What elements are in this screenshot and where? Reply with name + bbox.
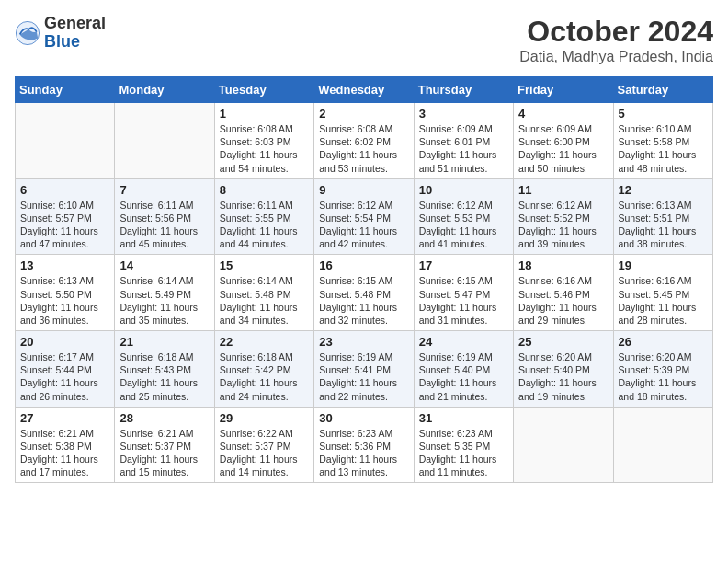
- day-number: 19: [619, 259, 708, 272]
- day-cell: 3Sunrise: 6:09 AM Sunset: 6:01 PM Daylig…: [414, 103, 513, 179]
- header-cell-friday: Friday: [514, 77, 613, 103]
- day-cell: 11Sunrise: 6:12 AM Sunset: 5:52 PM Dayli…: [514, 178, 613, 255]
- day-info: Sunrise: 6:11 AM Sunset: 5:55 PM Dayligh…: [220, 199, 309, 251]
- day-info: Sunrise: 6:11 AM Sunset: 5:56 PM Dayligh…: [119, 199, 209, 251]
- day-number: 29: [220, 411, 309, 425]
- day-info: Sunrise: 6:10 AM Sunset: 5:58 PM Dayligh…: [619, 122, 708, 175]
- day-number: 1: [220, 107, 309, 121]
- day-cell: 1Sunrise: 6:08 AM Sunset: 6:03 PM Daylig…: [214, 103, 313, 179]
- logo-blue: Blue: [44, 32, 80, 51]
- day-number: 2: [319, 107, 408, 121]
- day-cell: 28Sunrise: 6:21 AM Sunset: 5:37 PM Dayli…: [115, 407, 214, 483]
- day-cell: 21Sunrise: 6:18 AM Sunset: 5:43 PM Dayli…: [115, 331, 214, 408]
- day-cell: 10Sunrise: 6:12 AM Sunset: 5:53 PM Dayli…: [414, 178, 513, 255]
- title-block: October 2024 Datia, Madhya Pradesh, Indi…: [519, 15, 713, 65]
- day-cell: 4Sunrise: 6:09 AM Sunset: 6:00 PM Daylig…: [514, 103, 613, 179]
- header-cell-monday: Monday: [115, 77, 214, 103]
- day-info: Sunrise: 6:19 AM Sunset: 5:41 PM Dayligh…: [319, 350, 408, 403]
- page-title: October 2024: [519, 15, 713, 49]
- day-number: 23: [319, 335, 408, 349]
- day-number: 21: [119, 335, 209, 349]
- day-info: Sunrise: 6:09 AM Sunset: 6:00 PM Dayligh…: [518, 122, 608, 175]
- logo-icon: [15, 20, 40, 46]
- day-info: Sunrise: 6:20 AM Sunset: 5:40 PM Dayligh…: [518, 350, 608, 403]
- day-cell: 25Sunrise: 6:20 AM Sunset: 5:40 PM Dayli…: [514, 331, 613, 408]
- day-cell: [514, 407, 613, 483]
- logo-general: General: [44, 14, 106, 32]
- day-number: 31: [419, 411, 508, 425]
- day-info: Sunrise: 6:16 AM Sunset: 5:45 PM Dayligh…: [619, 274, 708, 327]
- day-cell: 29Sunrise: 6:22 AM Sunset: 5:37 PM Dayli…: [214, 407, 313, 483]
- day-cell: 9Sunrise: 6:12 AM Sunset: 5:54 PM Daylig…: [314, 178, 414, 255]
- day-info: Sunrise: 6:18 AM Sunset: 5:43 PM Dayligh…: [119, 350, 209, 403]
- logo-text: General Blue: [44, 15, 106, 52]
- day-info: Sunrise: 6:14 AM Sunset: 5:48 PM Dayligh…: [220, 274, 309, 327]
- day-number: 28: [119, 411, 209, 425]
- week-row-3: 13Sunrise: 6:13 AM Sunset: 5:50 PM Dayli…: [16, 255, 713, 331]
- day-number: 13: [20, 259, 109, 272]
- day-number: 24: [419, 335, 508, 349]
- day-cell: 5Sunrise: 6:10 AM Sunset: 5:58 PM Daylig…: [613, 103, 712, 179]
- day-info: Sunrise: 6:14 AM Sunset: 5:49 PM Dayligh…: [119, 274, 209, 327]
- day-cell: 17Sunrise: 6:15 AM Sunset: 5:47 PM Dayli…: [414, 255, 513, 331]
- header-cell-thursday: Thursday: [414, 77, 513, 103]
- day-number: 9: [319, 183, 408, 197]
- day-cell: 16Sunrise: 6:15 AM Sunset: 5:48 PM Dayli…: [314, 255, 414, 331]
- day-info: Sunrise: 6:15 AM Sunset: 5:47 PM Dayligh…: [419, 274, 508, 327]
- day-info: Sunrise: 6:17 AM Sunset: 5:44 PM Dayligh…: [20, 350, 109, 403]
- day-cell: 2Sunrise: 6:08 AM Sunset: 6:02 PM Daylig…: [314, 103, 414, 179]
- calendar-table: SundayMondayTuesdayWednesdayThursdayFrid…: [15, 76, 713, 483]
- day-number: 10: [419, 183, 508, 197]
- header-cell-sunday: Sunday: [16, 77, 115, 103]
- day-number: 3: [419, 107, 508, 121]
- day-info: Sunrise: 6:08 AM Sunset: 6:03 PM Dayligh…: [220, 122, 309, 175]
- day-cell: 14Sunrise: 6:14 AM Sunset: 5:49 PM Dayli…: [115, 255, 214, 331]
- day-cell: 13Sunrise: 6:13 AM Sunset: 5:50 PM Dayli…: [16, 255, 115, 331]
- day-cell: 30Sunrise: 6:23 AM Sunset: 5:36 PM Dayli…: [314, 407, 414, 483]
- day-number: 7: [119, 183, 209, 197]
- day-number: 25: [518, 335, 608, 349]
- day-number: 8: [220, 183, 309, 197]
- page-header: General Blue October 2024 Datia, Madhya …: [15, 15, 713, 65]
- day-number: 11: [518, 183, 608, 197]
- day-cell: 23Sunrise: 6:19 AM Sunset: 5:41 PM Dayli…: [314, 331, 414, 408]
- day-info: Sunrise: 6:13 AM Sunset: 5:50 PM Dayligh…: [20, 274, 109, 327]
- day-cell: 31Sunrise: 6:23 AM Sunset: 5:35 PM Dayli…: [414, 407, 513, 483]
- day-number: 18: [518, 259, 608, 272]
- header-row: SundayMondayTuesdayWednesdayThursdayFrid…: [16, 77, 713, 103]
- day-info: Sunrise: 6:20 AM Sunset: 5:39 PM Dayligh…: [619, 350, 708, 403]
- day-cell: 19Sunrise: 6:16 AM Sunset: 5:45 PM Dayli…: [613, 255, 712, 331]
- day-number: 16: [319, 259, 408, 272]
- day-cell: 26Sunrise: 6:20 AM Sunset: 5:39 PM Dayli…: [613, 331, 712, 408]
- header-cell-tuesday: Tuesday: [214, 77, 313, 103]
- header-cell-saturday: Saturday: [613, 77, 712, 103]
- day-info: Sunrise: 6:08 AM Sunset: 6:02 PM Dayligh…: [319, 122, 408, 175]
- day-cell: 6Sunrise: 6:10 AM Sunset: 5:57 PM Daylig…: [16, 178, 115, 255]
- day-cell: [16, 103, 115, 179]
- day-cell: 22Sunrise: 6:18 AM Sunset: 5:42 PM Dayli…: [214, 331, 313, 408]
- day-info: Sunrise: 6:12 AM Sunset: 5:53 PM Dayligh…: [419, 199, 508, 251]
- day-cell: 7Sunrise: 6:11 AM Sunset: 5:56 PM Daylig…: [115, 178, 214, 255]
- day-cell: 24Sunrise: 6:19 AM Sunset: 5:40 PM Dayli…: [414, 331, 513, 408]
- day-cell: 18Sunrise: 6:16 AM Sunset: 5:46 PM Dayli…: [514, 255, 613, 331]
- calendar-header: SundayMondayTuesdayWednesdayThursdayFrid…: [16, 77, 713, 103]
- calendar-body: 1Sunrise: 6:08 AM Sunset: 6:03 PM Daylig…: [16, 103, 713, 483]
- day-cell: 15Sunrise: 6:14 AM Sunset: 5:48 PM Dayli…: [214, 255, 313, 331]
- day-info: Sunrise: 6:16 AM Sunset: 5:46 PM Dayligh…: [518, 274, 608, 327]
- day-number: 4: [518, 107, 608, 121]
- day-info: Sunrise: 6:23 AM Sunset: 5:36 PM Dayligh…: [319, 427, 408, 479]
- day-info: Sunrise: 6:19 AM Sunset: 5:40 PM Dayligh…: [419, 350, 508, 403]
- week-row-1: 1Sunrise: 6:08 AM Sunset: 6:03 PM Daylig…: [16, 103, 713, 179]
- logo: General Blue: [15, 15, 106, 52]
- day-number: 15: [220, 259, 309, 272]
- day-number: 22: [220, 335, 309, 349]
- day-info: Sunrise: 6:12 AM Sunset: 5:52 PM Dayligh…: [518, 199, 608, 251]
- day-number: 20: [20, 335, 109, 349]
- day-cell: 20Sunrise: 6:17 AM Sunset: 5:44 PM Dayli…: [16, 331, 115, 408]
- day-cell: 12Sunrise: 6:13 AM Sunset: 5:51 PM Dayli…: [613, 178, 712, 255]
- day-number: 6: [20, 183, 109, 197]
- day-info: Sunrise: 6:23 AM Sunset: 5:35 PM Dayligh…: [419, 427, 508, 479]
- day-number: 5: [619, 107, 708, 121]
- day-number: 14: [119, 259, 209, 272]
- week-row-4: 20Sunrise: 6:17 AM Sunset: 5:44 PM Dayli…: [16, 331, 713, 408]
